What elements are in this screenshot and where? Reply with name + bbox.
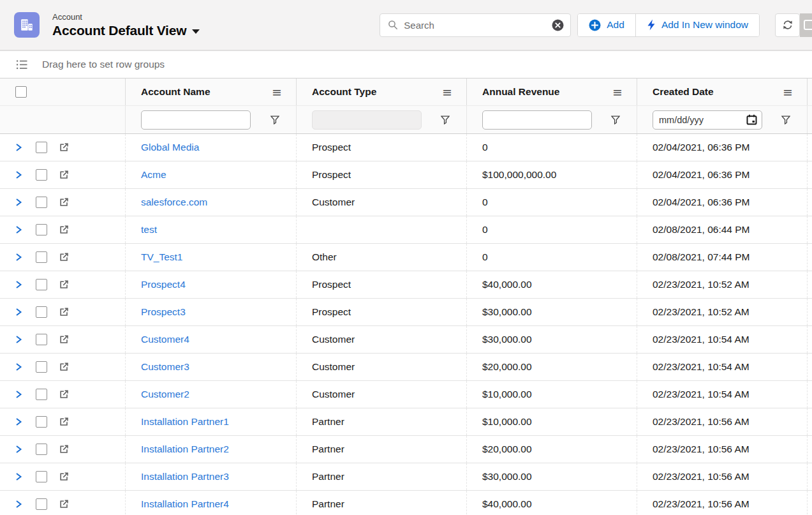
row-expand-chevron-icon[interactable]: [15, 142, 24, 153]
account-name-link[interactable]: Customer2: [141, 389, 189, 400]
calendar-icon[interactable]: [746, 114, 757, 125]
external-link-icon[interactable]: [58, 251, 70, 263]
account-name-link[interactable]: Prospect3: [141, 306, 186, 318]
column-menu-icon[interactable]: ≡: [442, 86, 452, 98]
account-name-link[interactable]: Global Media: [141, 142, 199, 153]
account-name-link[interactable]: Customer4: [141, 334, 189, 345]
external-link-icon[interactable]: [58, 416, 70, 428]
column-header[interactable]: Account Name ≡: [126, 78, 297, 105]
external-link-icon[interactable]: [58, 306, 70, 318]
row-checkbox[interactable]: [36, 471, 47, 482]
annual-revenue-cell: $20,000.00: [467, 354, 637, 380]
account-name-link[interactable]: Installation Partner4: [141, 498, 229, 510]
account-name-cell: TV_Test1: [126, 244, 297, 271]
account-name-cell: Installation Partner1: [126, 408, 297, 435]
row-expand-chevron-icon[interactable]: [15, 170, 24, 180]
account-name-link[interactable]: Installation Partner3: [141, 471, 229, 482]
external-link-icon[interactable]: [58, 498, 70, 510]
column-header[interactable]: Created Date ≡: [637, 78, 808, 105]
view-selector[interactable]: Account Default View: [52, 23, 200, 38]
external-link-icon[interactable]: [58, 471, 70, 482]
row-checkbox[interactable]: [36, 142, 47, 153]
row-checkbox[interactable]: [36, 389, 47, 400]
select-all-checkbox[interactable]: [15, 86, 27, 98]
account-name-link[interactable]: Installation Partner1: [141, 416, 229, 428]
account-name-link[interactable]: Acme: [141, 169, 166, 181]
annual-revenue-filter-icon[interactable]: [611, 116, 620, 124]
add-button[interactable]: Add: [578, 14, 635, 36]
row-checkbox[interactable]: [36, 224, 47, 235]
column-menu-icon[interactable]: ≡: [783, 86, 793, 98]
table-row: Installation Partner2 Partner $20,000.00…: [0, 436, 812, 463]
search-box: [380, 13, 571, 37]
row-expand-chevron-icon[interactable]: [15, 334, 24, 345]
external-link-icon[interactable]: [58, 334, 70, 345]
chevron-down-icon[interactable]: [192, 29, 200, 34]
column-header[interactable]: Account Type ≡: [297, 78, 467, 105]
column-menu-icon[interactable]: ≡: [612, 86, 623, 98]
row-checkbox[interactable]: [36, 251, 47, 263]
external-link-icon[interactable]: [58, 169, 70, 181]
refresh-button[interactable]: [775, 13, 800, 37]
created-date-cell: 02/08/2021, 07:44 PM: [637, 244, 808, 271]
account-type-filter-icon[interactable]: [441, 116, 450, 124]
row-checkbox[interactable]: [36, 416, 47, 428]
created-date-filter-icon[interactable]: [781, 116, 790, 124]
external-link-icon[interactable]: [58, 279, 70, 290]
row-expand-chevron-icon[interactable]: [15, 280, 24, 290]
row-expand-chevron-icon[interactable]: [15, 417, 24, 427]
row-checkbox[interactable]: [36, 279, 47, 290]
row-checkbox[interactable]: [36, 498, 47, 510]
search-icon: [388, 20, 398, 30]
table-row: test 0 02/08/2021, 06:44 PM: [0, 216, 812, 244]
external-link-icon[interactable]: [58, 444, 70, 455]
search-input[interactable]: [404, 20, 552, 31]
row-expand-chevron-icon[interactable]: [15, 307, 24, 317]
account-name-link[interactable]: test: [141, 224, 157, 235]
account-name-link[interactable]: Installation Partner2: [141, 444, 229, 455]
annual-revenue-filter-input[interactable]: [482, 110, 592, 130]
external-link-icon[interactable]: [58, 361, 70, 373]
account-name-link[interactable]: Prospect4: [141, 279, 186, 290]
annual-revenue-value: $10,000.00: [482, 416, 532, 428]
row-checkbox[interactable]: [36, 169, 47, 181]
external-link-icon[interactable]: [58, 389, 70, 400]
created-date-value: 02/04/2021, 06:36 PM: [653, 169, 750, 181]
external-link-icon[interactable]: [58, 224, 70, 235]
row-expand-chevron-icon[interactable]: [15, 252, 24, 262]
created-date-cell: 02/23/2021, 10:56 AM: [637, 436, 808, 463]
row-expand-chevron-icon[interactable]: [15, 389, 24, 399]
account-type-filter-input[interactable]: [312, 110, 422, 130]
column-header[interactable]: Annual Revenue ≡: [467, 78, 637, 105]
search-clear-icon[interactable]: [552, 19, 564, 31]
account-type-value: Customer: [312, 361, 355, 373]
account-name-link[interactable]: salesforce.com: [141, 197, 207, 208]
row-checkbox[interactable]: [36, 361, 47, 373]
page-header: Account Account Default View: [0, 0, 812, 51]
column-header-label: Annual Revenue: [482, 86, 559, 98]
created-date-cell: 02/23/2021, 10:52 AM: [637, 299, 808, 325]
account-name-filter-input[interactable]: [141, 110, 251, 130]
account-name-link[interactable]: Customer3: [141, 361, 189, 373]
row-checkbox[interactable]: [36, 306, 47, 318]
row-checkbox[interactable]: [36, 444, 47, 455]
external-link-icon[interactable]: [58, 197, 70, 208]
account-name-filter-icon[interactable]: [270, 116, 279, 124]
row-expand-chevron-icon[interactable]: [15, 197, 24, 207]
row-expand-chevron-icon[interactable]: [15, 225, 24, 235]
row-checkbox[interactable]: [36, 197, 47, 208]
created-date-filter-input[interactable]: mm/dd/yyy: [653, 110, 762, 130]
row-checkbox[interactable]: [36, 334, 47, 345]
add-in-new-window-button[interactable]: Add In New window: [635, 14, 759, 36]
row-expand-chevron-icon[interactable]: [15, 444, 24, 454]
row-expand-chevron-icon[interactable]: [15, 499, 24, 509]
row-group-drop-zone[interactable]: Drag here to set row groups: [0, 51, 812, 78]
row-expand-chevron-icon[interactable]: [15, 472, 24, 482]
row-expand-chevron-icon[interactable]: [15, 362, 24, 372]
account-name-link[interactable]: TV_Test1: [141, 251, 182, 263]
truncated-button[interactable]: [800, 13, 812, 37]
external-link-icon[interactable]: [58, 142, 70, 153]
annual-revenue-cell: $30,000.00: [467, 463, 637, 490]
account-type-value: Prospect: [312, 279, 351, 290]
column-menu-icon[interactable]: ≡: [272, 86, 282, 98]
